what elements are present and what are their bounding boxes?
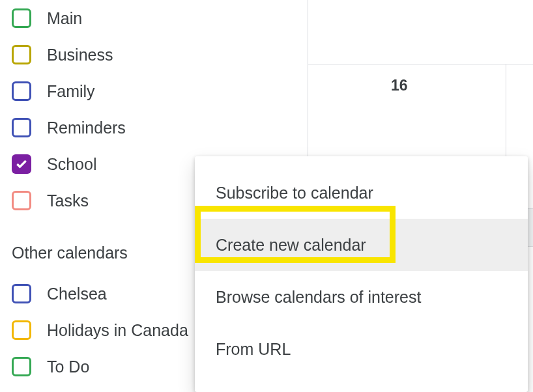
checkbox-reminders[interactable]	[12, 118, 31, 137]
other-calendars-heading: Other calendars	[12, 244, 201, 262]
grid-horizontal-line	[308, 64, 533, 64]
checkbox-chelsea[interactable]	[12, 284, 31, 303]
checkmark-icon	[15, 158, 28, 171]
calendar-label: Holidays in Canada	[47, 321, 188, 340]
calendar-item-reminders[interactable]: Reminders	[12, 109, 201, 146]
add-calendar-menu: Subscribe to calendar Create new calenda…	[195, 156, 528, 392]
menu-item-browse[interactable]: Browse calendars of interest	[195, 271, 528, 323]
calendar-item-business[interactable]: Business	[12, 36, 201, 73]
calendar-item-family[interactable]: Family	[12, 73, 201, 109]
calendar-item-main[interactable]: Main	[12, 0, 201, 36]
calendar-day-number[interactable]: 16	[391, 77, 408, 94]
menu-item-label: Browse calendars of interest	[216, 288, 421, 307]
checkbox-family[interactable]	[12, 81, 31, 101]
calendar-item-holidays[interactable]: Holidays in Canada	[12, 312, 201, 348]
menu-item-label: Create new calendar	[216, 236, 366, 255]
checkbox-main[interactable]	[12, 8, 31, 28]
menu-item-label: From URL	[216, 340, 291, 359]
calendar-label: Reminders	[47, 119, 126, 137]
calendar-label: Chelsea	[47, 285, 107, 303]
menu-item-label: Subscribe to calendar	[216, 184, 373, 203]
calendar-label: Main	[47, 9, 82, 28]
calendar-item-chelsea[interactable]: Chelsea	[12, 275, 201, 312]
calendar-item-todo[interactable]: To Do	[12, 348, 201, 385]
checkbox-tasks[interactable]	[12, 191, 31, 210]
calendar-label: Tasks	[47, 191, 89, 210]
menu-item-subscribe[interactable]: Subscribe to calendar	[195, 167, 528, 219]
calendar-sidebar: Main Business Family Reminders School Ta…	[12, 0, 201, 385]
checkbox-business[interactable]	[12, 45, 31, 64]
checkbox-school[interactable]	[12, 154, 31, 174]
calendar-label: Business	[47, 46, 113, 64]
checkbox-todo[interactable]	[12, 357, 31, 376]
calendar-label: School	[47, 155, 96, 174]
calendar-item-school[interactable]: School	[12, 146, 201, 182]
calendar-label: Family	[47, 82, 95, 101]
menu-item-import[interactable]: Import	[195, 375, 528, 392]
calendar-label: To Do	[47, 357, 89, 376]
menu-item-create-new[interactable]: Create new calendar	[195, 219, 528, 271]
checkbox-holidays[interactable]	[12, 320, 31, 340]
menu-item-from-url[interactable]: From URL	[195, 323, 528, 375]
calendar-item-tasks[interactable]: Tasks	[12, 182, 201, 219]
